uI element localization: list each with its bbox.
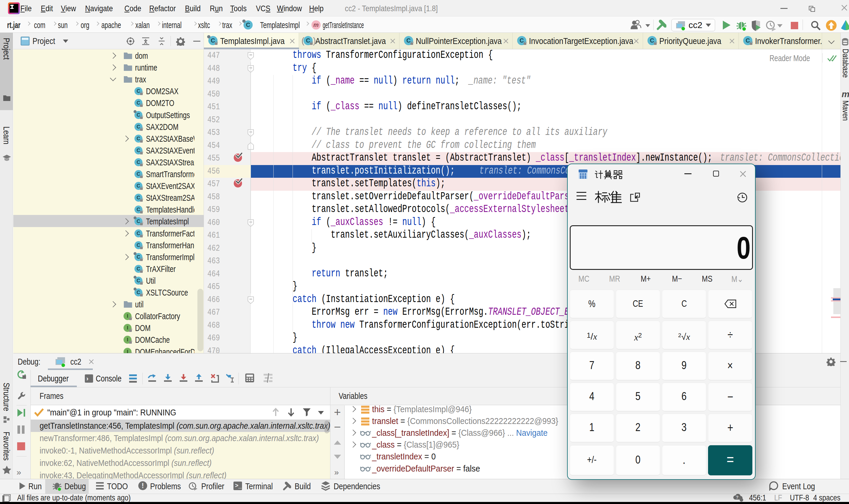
svg-text:?: ? [736,494,739,500]
